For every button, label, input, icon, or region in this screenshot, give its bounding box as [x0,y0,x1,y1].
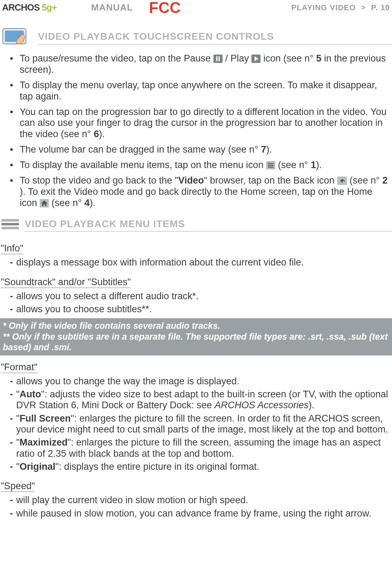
text: ": adjusts the video size to best adapt … [16,389,388,410]
ref-num-6: 6 [94,129,99,140]
fullscreen-label: Full Screen [20,413,71,424]
section-title: VIDEO PLAYBACK MENU ITEMS [25,217,392,232]
speed-desc-2: while paused in slow motion, you can adv… [10,508,392,519]
svg-rect-9 [268,167,274,168]
format-fullscreen: "Full Screen": enlarges the picture to f… [10,413,392,435]
text: To display the available menu items, tap… [20,160,266,170]
svg-rect-4 [218,56,220,61]
svg-rect-2 [213,55,223,63]
manual-label: MANUAL [91,2,133,13]
svg-rect-8 [268,165,274,166]
soundtrack-audio-desc: allows you to select a different audio t… [10,291,392,302]
bullet-volume-bar: The volume bar can be dragged in the sam… [10,144,392,155]
ref-num-5: 5 [316,53,321,64]
text: icon (see n° [261,53,316,64]
home-icon [40,199,49,207]
touchscreen-icon [2,26,30,48]
footnote-1: * Only if the video file contains severa… [3,320,389,331]
bullet-menu-items: To display the available menu items, tap… [10,160,392,171]
brand-logo: ARCHOS [2,2,40,13]
back-icon [337,177,347,185]
menu-speed: "Speed" will play the current video in s… [0,474,392,519]
section-breadcrumb: PLAYING VIDEO [291,3,355,12]
accessories-ref: ARCHOS Accessories [214,400,309,410]
text: (see n° [49,198,84,208]
speed-desc-1: will play the current video in slow moti… [10,495,392,506]
breadcrumb-separator: > [359,4,368,12]
soundtrack-subtitles-desc: allows you to choose subtitles**. [10,304,392,315]
menu-info: "Info" displays a message box with infor… [0,237,392,268]
bullet-progression-bar: You can tap on the progression bar to go… [10,107,392,140]
format-maximized: "Maximized": enlarges the picture to fil… [10,437,392,459]
text: ). [316,160,322,170]
section-touchscreen-controls: VIDEO PLAYBACK TOUCHSCREEN CONTROLS [2,26,392,48]
text: " [16,461,20,472]
svg-rect-13 [1,223,19,225]
svg-rect-7 [268,163,274,164]
format-original: "Original": displays the entire picture … [10,461,392,472]
fcc-label: FCC [149,1,181,14]
maximized-label: Maximized [20,437,68,448]
auto-label: Auto [20,389,41,399]
info-heading: "Info" [1,243,23,254]
text: ": displays the entire picture in its or… [56,461,259,472]
svg-rect-14 [1,227,19,229]
video-label: Video [178,175,204,186]
text: " [16,389,20,399]
soundtrack-heading: "Soundtrack" and/or "Subtitles" [1,277,131,288]
format-auto: "Auto": adjusts the video size to best a… [10,389,392,411]
text: You can tap on the progression bar to go… [20,107,386,140]
page-number: P. 10 [371,3,390,12]
footnote-2: ** Only if the subtitles are in a separa… [3,331,389,353]
text: ). [309,400,315,410]
ref-num-1: 1 [311,160,316,171]
text: To stop the video and go back to the " [20,175,178,186]
text: (see n° [275,160,311,170]
original-label: Original [20,461,56,472]
text: ": enlarges the picture to fill the scre… [16,437,381,459]
ref-num-4: 4 [84,198,90,209]
play-icon [251,55,261,63]
text: The volume bar can be dragged in the sam… [20,144,261,155]
text: " [16,437,20,448]
text: " [16,413,20,424]
speed-heading: "Speed" [1,481,35,492]
text: (see n° [347,175,383,186]
footnote-box: * Only if the video file contains severa… [0,318,392,355]
section-menu-items: VIDEO PLAYBACK MENU ITEMS [1,217,392,232]
ref-num-2: 2 [383,175,388,186]
svg-rect-12 [1,219,19,222]
text: ). [90,198,96,208]
menu-icon [266,161,275,169]
text: ": enlarges the picture to fill the scre… [16,413,388,435]
section-title: VIDEO PLAYBACK TOUCHSCREEN CONTROLS [38,30,392,45]
bullet-stop-back: To stop the video and go back to the "Vi… [10,175,392,209]
bullet-menu-overlay: To display the menu overlay, tap once an… [10,80,392,102]
page-header: ARCHOS 5g+ MANUAL FCC PLAYING VIDEO > P.… [0,0,392,14]
ref-num-7: 7 [261,144,266,155]
touchscreen-controls-list: To pause/resume the video, tap on the Pa… [0,53,392,209]
text: " browser, tap on the Back icon [204,175,337,186]
format-heading: "Format" [1,362,38,373]
text: ). [99,129,105,139]
text: / Play [223,53,252,64]
menu-format: "Format" allows you to change the way th… [0,355,392,473]
format-desc: allows you to change the way the image i… [10,376,392,387]
bullet-pause-resume: To pause/resume the video, tap on the Pa… [10,53,392,76]
info-desc: displays a message box with information … [10,257,392,268]
pause-icon [213,55,223,63]
svg-rect-3 [216,56,218,61]
text: ). [266,144,272,155]
text: To pause/resume the video, tap on the Pa… [20,53,213,64]
menu-items-icon [1,218,20,231]
menu-soundtrack: "Soundtrack" and/or "Subtitles" allows y… [0,270,392,315]
model-label: 5g+ [42,2,57,13]
